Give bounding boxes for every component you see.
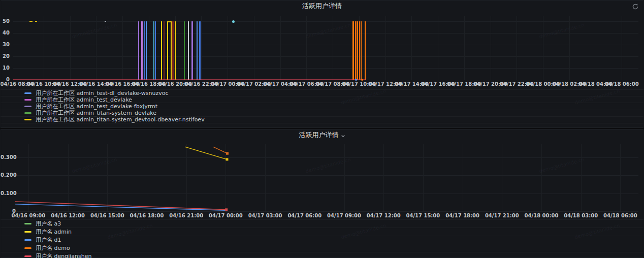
top-panel-header: 活跃用户详情 bbox=[1, 0, 643, 12]
grafana-dashboard: 活跃用户详情 0102030405004/16 08:0004/16 10:00… bbox=[0, 0, 644, 258]
v-gridline bbox=[228, 16, 228, 80]
panel-active-users-workspace: 活跃用户详情 0102030405004/16 08:0004/16 10:00… bbox=[1, 0, 643, 128]
spike bbox=[357, 21, 358, 80]
bottom-panel-title[interactable]: 活跃用户详情 bbox=[299, 131, 339, 140]
spike bbox=[141, 21, 143, 80]
spike bbox=[199, 21, 201, 80]
v-gridline bbox=[254, 16, 254, 80]
spike bbox=[188, 21, 189, 80]
series-line bbox=[15, 204, 227, 210]
v-gridline bbox=[306, 16, 307, 80]
bottom-legend-item-3[interactable]: 用户名 demo bbox=[1, 244, 643, 252]
zero-baseline bbox=[13, 79, 366, 80]
legend-swatch bbox=[24, 231, 31, 233]
v-gridline bbox=[280, 16, 281, 80]
spike bbox=[175, 21, 176, 80]
v-gridline bbox=[44, 16, 44, 80]
y-tick-label: 40 bbox=[1, 30, 10, 36]
series-line bbox=[185, 147, 227, 159]
series-line bbox=[15, 202, 227, 210]
series-end-marker bbox=[226, 158, 228, 160]
bottom-legend-item-4[interactable]: 用户名 dengjianshen bbox=[1, 252, 643, 258]
y-tick-label: 50 bbox=[1, 18, 10, 24]
spike bbox=[361, 21, 362, 80]
series-line bbox=[213, 147, 227, 153]
legend-swatch bbox=[24, 112, 31, 114]
spike bbox=[167, 21, 172, 80]
v-gridline bbox=[438, 16, 438, 80]
v-gridline bbox=[543, 16, 543, 80]
v-gridline bbox=[491, 16, 491, 80]
v-gridline bbox=[333, 16, 333, 80]
v-gridline bbox=[569, 16, 570, 80]
spike bbox=[352, 21, 354, 80]
spike bbox=[146, 21, 147, 80]
spike bbox=[184, 21, 185, 80]
baseline-end-dot bbox=[355, 79, 357, 81]
h-gridline bbox=[13, 68, 638, 69]
spike bbox=[161, 21, 162, 80]
legend-swatch bbox=[24, 99, 31, 101]
level-dash bbox=[35, 21, 37, 22]
spike bbox=[138, 21, 139, 80]
v-gridline bbox=[411, 16, 412, 80]
legend-label: 用户所在工作区 admin_titan-system_devtool-dbeav… bbox=[36, 116, 205, 123]
x-tick-label: 04/18 06:00 bbox=[605, 81, 639, 87]
bottom-legend-item-2[interactable]: 用户名 d1 bbox=[1, 236, 643, 244]
spike bbox=[164, 21, 165, 80]
bottom-panel-header: 活跃用户详情 bbox=[1, 129, 643, 141]
v-gridline bbox=[122, 16, 123, 80]
level-dash bbox=[29, 21, 33, 22]
v-gridline bbox=[517, 16, 517, 80]
spike bbox=[172, 21, 174, 80]
v-gridline bbox=[149, 16, 149, 80]
spike bbox=[144, 21, 145, 80]
spike bbox=[153, 21, 154, 80]
legend-swatch bbox=[24, 119, 31, 120]
h-gridline bbox=[13, 33, 638, 34]
spike bbox=[365, 21, 366, 80]
legend-swatch bbox=[24, 239, 31, 241]
spike bbox=[355, 21, 356, 80]
v-gridline bbox=[596, 16, 596, 80]
h-gridline bbox=[13, 45, 638, 45]
y-tick-label: 10 bbox=[1, 65, 10, 71]
panel-active-users-username: 活跃用户详情 00.1000.2000.30004/16 09:0004/16 … bbox=[1, 129, 643, 258]
legend-label: 用户名 dengjianshen bbox=[36, 252, 91, 258]
y-tick-label: 30 bbox=[1, 42, 10, 47]
bottom-legend-item-1[interactable]: 用户名 admin bbox=[1, 228, 643, 236]
legend-label: 用户名 a3 bbox=[36, 220, 61, 228]
h-gridline bbox=[13, 21, 638, 22]
legend-swatch bbox=[24, 247, 31, 249]
top-panel-title[interactable]: 活跃用户详情 bbox=[302, 2, 342, 11]
spike bbox=[359, 21, 360, 80]
y-tick-label: 20 bbox=[1, 53, 10, 59]
legend-swatch bbox=[24, 106, 31, 107]
spike bbox=[191, 21, 193, 80]
series-end-marker bbox=[225, 208, 228, 211]
legend-swatch bbox=[24, 255, 31, 257]
bottom-chart-legend: 用户名 a3用户名 admin用户名 d1用户名 demo用户名 dengjia… bbox=[1, 219, 643, 258]
v-gridline bbox=[622, 16, 622, 80]
level-dash bbox=[105, 21, 106, 22]
v-gridline bbox=[70, 16, 71, 80]
legend-label: 用户名 d1 bbox=[36, 236, 61, 244]
v-gridline bbox=[96, 16, 96, 80]
panel-menu-chevron-icon[interactable] bbox=[341, 134, 345, 138]
legend-swatch bbox=[24, 223, 31, 224]
legend-label: 用户名 admin bbox=[36, 228, 72, 236]
v-gridline bbox=[464, 16, 465, 80]
legend-label: 用户名 demo bbox=[36, 244, 70, 252]
legend-swatch bbox=[24, 92, 31, 94]
spike bbox=[197, 21, 198, 80]
bottom-legend-item-0[interactable]: 用户名 a3 bbox=[1, 220, 643, 228]
baseline-end-dot bbox=[361, 79, 363, 81]
h-gridline bbox=[13, 56, 638, 57]
spike bbox=[155, 21, 156, 80]
data-point-dot bbox=[232, 20, 235, 23]
top-legend-item-4[interactable]: 用户所在工作区 admin_titan-system_devtool-dbeav… bbox=[1, 117, 643, 123]
v-gridline bbox=[385, 16, 386, 80]
top-chart-legend: 用户所在工作区 admin_test-dl_devlake-wsnuzvoc用户… bbox=[1, 89, 643, 123]
series-end-marker bbox=[226, 152, 229, 155]
v-gridline bbox=[201, 16, 202, 80]
